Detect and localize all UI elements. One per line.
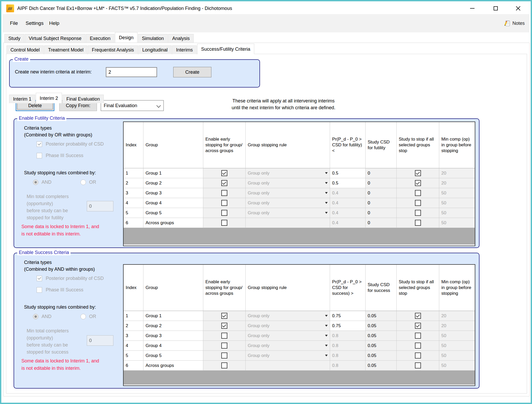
- cell-pr-csd[interactable]: 0.4: [330, 218, 366, 228]
- success-min-completers-input[interactable]: 0: [87, 335, 113, 346]
- enable-early-stopping-checkbox[interactable]: [221, 313, 227, 319]
- enable-early-stopping-checkbox[interactable]: [221, 333, 227, 339]
- tab-study[interactable]: Study: [4, 34, 24, 43]
- cell-study-csd[interactable]: 0.05: [366, 321, 397, 331]
- group-stopping-rule-dropdown[interactable]: Group only: [248, 343, 328, 348]
- futility-min-completers-input[interactable]: 0: [87, 201, 113, 211]
- cell-pr-csd[interactable]: 0.4: [330, 198, 366, 208]
- tab-design[interactable]: Design: [115, 32, 137, 43]
- menu-file[interactable]: File: [7, 14, 21, 32]
- copy-source-dropdown[interactable]: Final Evaluation: [101, 100, 164, 111]
- group-stopping-rule-dropdown[interactable]: Group only: [248, 333, 328, 338]
- study-stop-checkbox[interactable]: [415, 190, 421, 196]
- tab-simulation[interactable]: Simulation: [138, 34, 168, 43]
- cell-pr-csd[interactable]: 0.8: [330, 361, 366, 371]
- group-stopping-rule-dropdown[interactable]: Group only: [248, 171, 328, 176]
- cell-study-csd[interactable]: 0: [366, 178, 397, 188]
- tab-execution[interactable]: Execution: [86, 34, 114, 43]
- tab-treatment-model[interactable]: Treatment Model: [44, 45, 87, 54]
- cell-study-stop: [397, 168, 439, 178]
- cell-study-stop: [397, 311, 439, 321]
- group-stopping-rule-dropdown[interactable]: Group only: [248, 181, 328, 186]
- tab-interim-2[interactable]: Interim 2: [36, 93, 62, 103]
- cell-group-stopping-rule: [246, 361, 330, 371]
- study-stop-checkbox[interactable]: [415, 200, 421, 206]
- cell-study-csd[interactable]: 0: [366, 218, 397, 228]
- study-stop-checkbox[interactable]: [415, 220, 421, 226]
- maximize-button[interactable]: [488, 3, 503, 14]
- tab-success-futility-criteria[interactable]: Success/Futility Criteria: [197, 44, 254, 54]
- tab-analysis[interactable]: Analysis: [168, 34, 194, 43]
- cell-pr-csd[interactable]: 0.75: [330, 321, 366, 331]
- cell-study-csd[interactable]: 0.05: [366, 331, 397, 341]
- study-stop-checkbox[interactable]: [415, 353, 421, 359]
- enable-early-stopping-checkbox[interactable]: [221, 180, 227, 186]
- and-radio[interactable]: [33, 180, 38, 185]
- phase-iii-success-checkbox[interactable]: [37, 287, 42, 293]
- cell-pr-csd[interactable]: 0.5: [330, 168, 366, 178]
- cell-study-csd[interactable]: 0.05: [366, 361, 397, 371]
- group-stopping-rule-dropdown[interactable]: Group only: [248, 323, 328, 328]
- group-stopping-rule-dropdown[interactable]: Group only: [248, 210, 328, 216]
- tab-interim-1[interactable]: Interim 1: [9, 95, 35, 103]
- enable-early-stopping-checkbox[interactable]: [221, 323, 227, 329]
- cell-pr-csd[interactable]: 0.4: [330, 208, 366, 218]
- create-interim-input[interactable]: 2: [106, 67, 157, 77]
- tab-control-model[interactable]: Control Model: [7, 45, 44, 54]
- cell-group: Group 1: [143, 168, 203, 178]
- posterior-probability-checkbox[interactable]: [37, 276, 42, 281]
- group-stopping-rule-dropdown[interactable]: Group only: [248, 200, 328, 206]
- menu-settings[interactable]: Settings: [23, 14, 46, 32]
- tab-virtual-subject-response[interactable]: Virtual Subject Response: [25, 34, 85, 43]
- enable-early-stopping-checkbox[interactable]: [221, 210, 227, 216]
- cell-pr-csd[interactable]: 0.8: [330, 351, 366, 361]
- or-radio[interactable]: [80, 180, 86, 185]
- tab-frequentist-analysis[interactable]: Frequentist Analysis: [88, 45, 138, 54]
- minimize-button[interactable]: [465, 3, 480, 14]
- enable-early-stopping-checkbox[interactable]: [221, 200, 227, 206]
- cell-study-csd[interactable]: 0.05: [366, 311, 397, 321]
- enable-early-stopping-checkbox[interactable]: [221, 353, 227, 359]
- enable-early-stopping-checkbox[interactable]: [221, 190, 227, 196]
- enable-early-stopping-checkbox[interactable]: [221, 220, 227, 226]
- cell-pr-csd[interactable]: 0.8: [330, 341, 366, 351]
- cell-group-stopping-rule: Group only: [246, 188, 330, 198]
- enable-early-stopping-checkbox[interactable]: [221, 362, 227, 368]
- cell-pr-csd[interactable]: 0.4: [330, 188, 366, 198]
- or-radio[interactable]: [80, 314, 86, 319]
- notes-button[interactable]: Notes: [504, 14, 525, 32]
- and-radio[interactable]: [33, 314, 38, 319]
- tab-final-evaluation[interactable]: Final Evaluation: [62, 95, 104, 103]
- cell-study-csd[interactable]: 0: [366, 168, 397, 178]
- study-stop-checkbox[interactable]: [415, 323, 421, 329]
- cell-study-csd[interactable]: 0: [366, 198, 397, 208]
- column-header-group: Group: [143, 265, 203, 311]
- enable-early-stopping-checkbox[interactable]: [221, 170, 227, 176]
- cell-pr-csd[interactable]: 0.8: [330, 331, 366, 341]
- phase-iii-success-checkbox[interactable]: [37, 153, 42, 158]
- study-stop-checkbox[interactable]: [415, 170, 421, 176]
- or-radio-label: OR: [89, 314, 96, 319]
- study-stop-checkbox[interactable]: [415, 180, 421, 186]
- cell-study-csd[interactable]: 0: [366, 208, 397, 218]
- study-stop-checkbox[interactable]: [415, 333, 421, 339]
- study-stop-checkbox[interactable]: [415, 343, 421, 349]
- create-button[interactable]: Create: [173, 67, 211, 77]
- study-stop-checkbox[interactable]: [415, 210, 421, 216]
- study-stop-checkbox[interactable]: [415, 313, 421, 319]
- close-button[interactable]: [511, 3, 526, 14]
- cell-pr-csd[interactable]: 0.5: [330, 178, 366, 188]
- study-stop-checkbox[interactable]: [415, 362, 421, 368]
- cell-study-csd[interactable]: 0: [366, 188, 397, 198]
- group-stopping-rule-dropdown[interactable]: Group only: [248, 353, 328, 358]
- enable-early-stopping-checkbox[interactable]: [221, 343, 227, 349]
- menu-help[interactable]: Help: [47, 14, 62, 32]
- posterior-probability-checkbox[interactable]: [37, 141, 42, 147]
- cell-study-csd[interactable]: 0.05: [366, 351, 397, 361]
- cell-study-csd[interactable]: 0.05: [366, 341, 397, 351]
- tab-longitudinal[interactable]: Longitudinal: [138, 45, 172, 54]
- tab-interims[interactable]: Interims: [172, 45, 197, 54]
- group-stopping-rule-dropdown[interactable]: Group only: [248, 313, 328, 319]
- group-stopping-rule-dropdown[interactable]: Group only: [248, 191, 328, 196]
- cell-pr-csd[interactable]: 0.75: [330, 311, 366, 321]
